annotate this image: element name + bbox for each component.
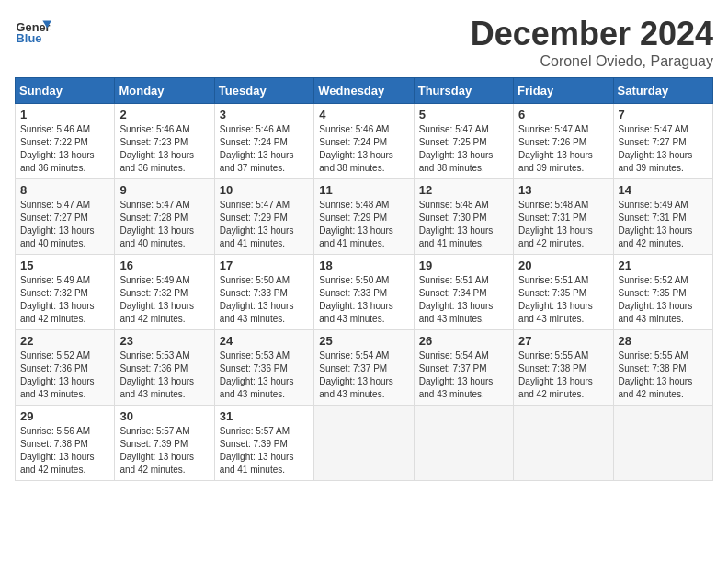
day-number: 17 [220, 259, 309, 272]
calendar-cell: 24 Sunrise: 5:53 AM Sunset: 7:36 PM Dayl… [214, 330, 313, 406]
day-number: 8 [20, 183, 109, 197]
calendar-cell: 15 Sunrise: 5:49 AM Sunset: 7:32 PM Dayl… [16, 255, 115, 330]
day-number: 20 [518, 259, 608, 272]
weekday-header-row: SundayMondayTuesdayWednesdayThursdayFrid… [16, 78, 713, 104]
day-number: 29 [20, 409, 109, 423]
day-number: 9 [119, 183, 209, 197]
day-info: Sunrise: 5:49 AM Sunset: 7:31 PM Dayligh… [619, 199, 708, 250]
day-number: 4 [319, 108, 408, 121]
calendar-cell: 20 Sunrise: 5:51 AM Sunset: 7:35 PM Dayl… [514, 255, 613, 330]
day-number: 31 [220, 409, 309, 423]
day-info: Sunrise: 5:53 AM Sunset: 7:36 PM Dayligh… [220, 350, 309, 401]
day-info: Sunrise: 5:47 AM Sunset: 7:26 PM Dayligh… [518, 123, 608, 175]
day-info: Sunrise: 5:55 AM Sunset: 7:38 PM Dayligh… [518, 350, 608, 401]
day-info: Sunrise: 5:47 AM Sunset: 7:29 PM Dayligh… [220, 199, 309, 250]
day-info: Sunrise: 5:51 AM Sunset: 7:35 PM Dayligh… [518, 274, 608, 326]
calendar-cell [514, 406, 613, 481]
calendar-cell: 23 Sunrise: 5:53 AM Sunset: 7:36 PM Dayl… [115, 330, 214, 406]
day-number: 22 [20, 334, 109, 348]
day-number: 24 [220, 334, 309, 348]
day-info: Sunrise: 5:54 AM Sunset: 7:37 PM Dayligh… [319, 350, 408, 401]
logo: General Blue [15, 15, 51, 52]
calendar-cell: 31 Sunrise: 5:57 AM Sunset: 7:39 PM Dayl… [214, 406, 313, 481]
svg-text:Blue: Blue [17, 31, 42, 45]
calendar-cell: 6 Sunrise: 5:47 AM Sunset: 7:26 PM Dayli… [514, 104, 613, 179]
calendar-cell: 10 Sunrise: 5:47 AM Sunset: 7:29 PM Dayl… [214, 179, 313, 255]
day-info: Sunrise: 5:46 AM Sunset: 7:24 PM Dayligh… [319, 123, 408, 175]
calendar-cell: 19 Sunrise: 5:51 AM Sunset: 7:34 PM Dayl… [414, 255, 513, 330]
day-info: Sunrise: 5:47 AM Sunset: 7:27 PM Dayligh… [20, 199, 109, 250]
calendar-cell: 8 Sunrise: 5:47 AM Sunset: 7:27 PM Dayli… [16, 179, 115, 255]
calendar-table: SundayMondayTuesdayWednesdayThursdayFrid… [15, 77, 713, 481]
calendar-cell: 7 Sunrise: 5:47 AM Sunset: 7:27 PM Dayli… [613, 104, 712, 179]
day-info: Sunrise: 5:52 AM Sunset: 7:35 PM Dayligh… [619, 274, 708, 326]
day-number: 27 [518, 334, 608, 348]
day-info: Sunrise: 5:52 AM Sunset: 7:36 PM Dayligh… [20, 350, 109, 401]
day-info: Sunrise: 5:46 AM Sunset: 7:22 PM Dayligh… [20, 123, 109, 175]
month-title: December 2024 [471, 15, 713, 53]
day-info: Sunrise: 5:50 AM Sunset: 7:33 PM Dayligh… [220, 274, 309, 326]
calendar-cell: 3 Sunrise: 5:46 AM Sunset: 7:24 PM Dayli… [214, 104, 313, 179]
day-number: 11 [319, 183, 408, 197]
day-info: Sunrise: 5:47 AM Sunset: 7:27 PM Dayligh… [619, 123, 708, 175]
calendar-cell: 18 Sunrise: 5:50 AM Sunset: 7:33 PM Dayl… [314, 255, 414, 330]
day-number: 25 [319, 334, 408, 348]
calendar-cell [613, 406, 712, 481]
title-section: December 2024 Coronel Oviedo, Paraguay [471, 15, 713, 70]
calendar-cell: 4 Sunrise: 5:46 AM Sunset: 7:24 PM Dayli… [314, 104, 414, 179]
day-info: Sunrise: 5:50 AM Sunset: 7:33 PM Dayligh… [319, 274, 408, 326]
day-info: Sunrise: 5:53 AM Sunset: 7:36 PM Dayligh… [119, 350, 209, 401]
calendar-cell: 28 Sunrise: 5:55 AM Sunset: 7:38 PM Dayl… [613, 330, 712, 406]
calendar-week-3: 15 Sunrise: 5:49 AM Sunset: 7:32 PM Dayl… [16, 255, 713, 330]
day-number: 16 [119, 259, 209, 272]
weekday-header-friday: Friday [514, 78, 613, 104]
calendar-cell: 13 Sunrise: 5:48 AM Sunset: 7:31 PM Dayl… [514, 179, 613, 255]
day-info: Sunrise: 5:49 AM Sunset: 7:32 PM Dayligh… [20, 274, 109, 326]
page-header: General Blue December 2024 Coronel Ovied… [15, 15, 713, 70]
calendar-cell: 14 Sunrise: 5:49 AM Sunset: 7:31 PM Dayl… [613, 179, 712, 255]
day-number: 23 [119, 334, 209, 348]
weekday-header-saturday: Saturday [613, 78, 712, 104]
calendar-cell: 16 Sunrise: 5:49 AM Sunset: 7:32 PM Dayl… [115, 255, 214, 330]
day-number: 18 [319, 259, 408, 272]
day-info: Sunrise: 5:46 AM Sunset: 7:24 PM Dayligh… [220, 123, 309, 175]
calendar-cell: 11 Sunrise: 5:48 AM Sunset: 7:29 PM Dayl… [314, 179, 414, 255]
calendar-cell: 12 Sunrise: 5:48 AM Sunset: 7:30 PM Dayl… [414, 179, 513, 255]
day-number: 5 [419, 108, 508, 121]
day-number: 6 [518, 108, 608, 121]
day-info: Sunrise: 5:56 AM Sunset: 7:38 PM Dayligh… [20, 425, 109, 477]
calendar-cell: 17 Sunrise: 5:50 AM Sunset: 7:33 PM Dayl… [214, 255, 313, 330]
day-number: 30 [119, 409, 209, 423]
day-info: Sunrise: 5:48 AM Sunset: 7:29 PM Dayligh… [319, 199, 408, 250]
calendar-cell: 2 Sunrise: 5:46 AM Sunset: 7:23 PM Dayli… [115, 104, 214, 179]
calendar-week-4: 22 Sunrise: 5:52 AM Sunset: 7:36 PM Dayl… [16, 330, 713, 406]
calendar-cell: 27 Sunrise: 5:55 AM Sunset: 7:38 PM Dayl… [514, 330, 613, 406]
day-number: 1 [20, 108, 109, 121]
calendar-cell [414, 406, 513, 481]
weekday-header-sunday: Sunday [16, 78, 115, 104]
day-info: Sunrise: 5:57 AM Sunset: 7:39 PM Dayligh… [119, 425, 209, 477]
calendar-week-1: 1 Sunrise: 5:46 AM Sunset: 7:22 PM Dayli… [16, 104, 713, 179]
calendar-week-5: 29 Sunrise: 5:56 AM Sunset: 7:38 PM Dayl… [16, 406, 713, 481]
logo-icon: General Blue [15, 15, 51, 52]
calendar-cell: 26 Sunrise: 5:54 AM Sunset: 7:37 PM Dayl… [414, 330, 513, 406]
calendar-cell: 5 Sunrise: 5:47 AM Sunset: 7:25 PM Dayli… [414, 104, 513, 179]
calendar-cell [314, 406, 414, 481]
day-info: Sunrise: 5:47 AM Sunset: 7:25 PM Dayligh… [419, 123, 508, 175]
day-info: Sunrise: 5:47 AM Sunset: 7:28 PM Dayligh… [119, 199, 209, 250]
calendar-cell: 1 Sunrise: 5:46 AM Sunset: 7:22 PM Dayli… [16, 104, 115, 179]
day-number: 7 [619, 108, 708, 121]
day-number: 12 [419, 183, 508, 197]
weekday-header-thursday: Thursday [414, 78, 513, 104]
day-number: 14 [619, 183, 708, 197]
day-info: Sunrise: 5:51 AM Sunset: 7:34 PM Dayligh… [419, 274, 508, 326]
calendar-cell: 30 Sunrise: 5:57 AM Sunset: 7:39 PM Dayl… [115, 406, 214, 481]
day-info: Sunrise: 5:57 AM Sunset: 7:39 PM Dayligh… [220, 425, 309, 477]
day-number: 19 [419, 259, 508, 272]
calendar-cell: 22 Sunrise: 5:52 AM Sunset: 7:36 PM Dayl… [16, 330, 115, 406]
calendar-cell: 9 Sunrise: 5:47 AM Sunset: 7:28 PM Dayli… [115, 179, 214, 255]
day-info: Sunrise: 5:55 AM Sunset: 7:38 PM Dayligh… [619, 350, 708, 401]
day-number: 15 [20, 259, 109, 272]
day-info: Sunrise: 5:54 AM Sunset: 7:37 PM Dayligh… [419, 350, 508, 401]
location: Coronel Oviedo, Paraguay [471, 53, 713, 70]
